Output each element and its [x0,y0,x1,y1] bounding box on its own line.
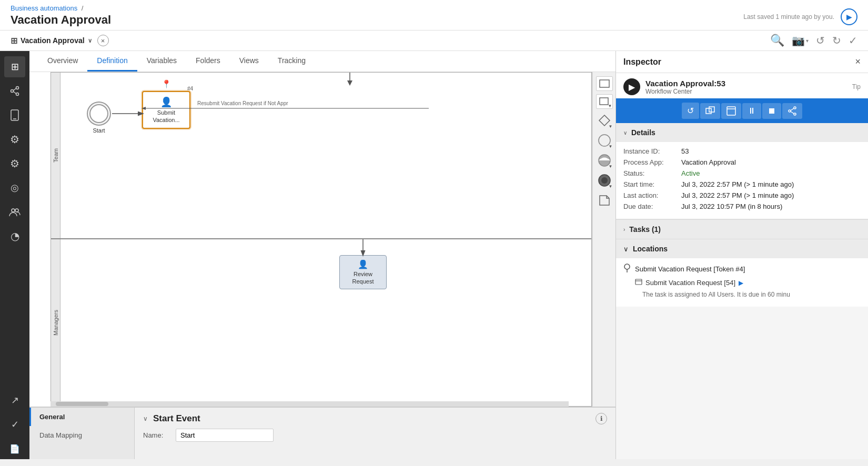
detail-instance-id: Instance ID: 53 [623,147,861,155]
swimlane-team-label: Team [53,148,59,163]
sidebar-item-phone[interactable] [4,105,25,126]
review-task-icon: 👤 [358,259,368,269]
locations-section: ∨ Locations Submit Vacation Request [Tok… [616,239,868,307]
bottom-tab-data-mapping[interactable]: Data Mapping [29,426,134,444]
location-task-row: Submit Vacation Request [54] ▶ [635,279,861,287]
detail-last-action-value: Jul 3, 2022 2:57 PM (> 1 minute ago) [681,191,861,199]
bottom-tab-general[interactable]: General [29,408,134,426]
sidebar-item-check[interactable]: ✓ [4,414,25,435]
bottom-panel: General Data Mapping ∨ Start Event ℹ Nam… [29,407,615,459]
location-task-name: Submit Vacation Request [54] [645,279,735,287]
svg-rect-34 [635,279,642,285]
detail-process-app-label: Process App: [623,158,681,166]
toolbar-row: ⊞ Vacation Approval ∨ × 🔍 📷 ▾ ↺ ↻ ✓ [0,31,868,51]
bottom-expand-icon[interactable]: ∨ [143,415,148,422]
tool-rect-arrow[interactable]: ▼ [596,94,613,109]
svg-line-32 [791,112,794,114]
app-selector[interactable]: ⊞ Vacation Approval ∨ [11,36,92,46]
svg-point-28 [794,107,796,109]
location-pin-icon [623,264,631,275]
inspector-process-name: Vacation Approval:53 [645,79,847,88]
sidebar-item-share[interactable] [4,80,25,102]
tab-folders[interactable]: Folders [186,51,230,72]
app-grid-icon: ⊞ [11,36,17,46]
tasks-section-header[interactable]: › Tasks (1) [616,219,868,239]
tab-views[interactable]: Views [230,51,268,72]
details-section-header[interactable]: ∨ Details [616,123,868,142]
content-area: Overview Definition Variables Folders Vi… [29,51,615,459]
ctrl-stop-button[interactable]: ⏹ [762,103,781,119]
bottom-title-row: ∨ Start Event ℹ [143,413,607,424]
svg-line-3 [14,88,16,90]
tab-variables[interactable]: Variables [137,51,186,72]
ctrl-share-button[interactable] [782,103,802,119]
tool-circle-half[interactable]: ▼ [596,152,613,169]
main-layout: ⊞ ⚙ ⚙ ◎ ◔ ↗ ✓ 📄 Overview Definition Vari… [0,51,868,459]
tab-overview[interactable]: Overview [38,51,87,72]
ctrl-window-button[interactable] [721,103,741,119]
svg-rect-26 [727,107,735,115]
camera-icon: 📷 [792,34,805,47]
diagram-canvas[interactable]: Team Start [29,72,592,407]
connector-to-review [60,239,591,406]
sidebar-item-grid[interactable]: ⊞ [4,56,25,77]
ctrl-pause-button[interactable]: ⏸ [742,103,761,119]
sidebar-item-gear[interactable]: ⚙ [4,129,25,150]
node-submit-vacation[interactable]: 📍 #4 👤 SubmitVacation... [142,91,190,129]
svg-point-23 [601,177,608,184]
breadcrumb-link[interactable]: Business automations [11,4,77,12]
inspector-body: ▶ Vacation Approval:53 Workflow Center T… [616,73,868,459]
inspector-title: Inspector [623,57,661,67]
ctrl-expand-button[interactable] [700,103,720,119]
detail-status: Status: Active [623,169,861,177]
sidebar-item-target[interactable]: ◎ [4,177,25,198]
sidebar-item-doc[interactable]: 📄 [4,438,25,459]
node-review-request[interactable]: 👤 ReviewRequest [339,255,387,289]
svg-rect-17 [600,80,609,87]
header-left: Business automations / Vacation Approval [11,4,111,27]
app-close-button[interactable]: × [97,35,109,46]
tab-tracking[interactable]: Tracking [268,51,315,72]
location-task-play-icon[interactable]: ▶ [739,279,743,287]
svg-marker-11 [347,80,352,86]
detail-due-date-label: Due date: [623,202,681,210]
bottom-name-input[interactable] [176,429,274,442]
detail-start-time: Start time: Jul 3, 2022 2:57 PM (> 1 min… [623,180,861,188]
sidebar-item-settings2[interactable]: ⚙ [4,153,25,174]
detail-status-label: Status: [623,169,681,177]
tab-definition[interactable]: Definition [87,51,137,72]
inspector-panel: Inspector × ▶ Vacation Approval:53 Workf… [615,51,868,459]
tool-circle-dark[interactable]: ▼ [596,172,613,189]
connector-top-slider [60,73,591,238]
camera-button[interactable]: 📷 ▾ [792,34,809,47]
save-status: Last saved 1 minute ago by you. [743,13,834,21]
left-sidebar: ⊞ ⚙ ⚙ ◎ ◔ ↗ ✓ 📄 [0,51,29,459]
detail-instance-value: 53 [681,147,861,155]
undo-button[interactable]: ↺ [816,34,825,47]
play-button[interactable]: ▶ [841,8,857,25]
breadcrumb[interactable]: Business automations / [11,4,111,12]
app-name-label: Vacation Approval [21,36,85,45]
tool-diamond[interactable]: ▼ [596,112,613,129]
locations-header[interactable]: ∨ Locations [616,239,868,258]
connector-resubmit: Resubmit Vacation Request if Not Appr [60,73,591,238]
search-button[interactable]: 🔍 [770,34,784,47]
node-submit-label: SubmitVacation... [153,109,179,124]
check-button[interactable]: ✓ [849,34,857,47]
sidebar-item-chart[interactable]: ◔ [4,226,25,247]
node-start[interactable]: Start [87,102,111,134]
tool-circle[interactable]: ▼ [596,132,613,149]
inspector-process-row: ▶ Vacation Approval:53 Workflow Center T… [616,73,868,98]
inspector-play-icon: ▶ [623,78,640,95]
bottom-info-icon[interactable]: ℹ [596,413,607,424]
connector-start-to-submit [60,73,591,238]
sidebar-item-users[interactable] [4,201,25,222]
inspector-close-button[interactable]: × [855,56,861,67]
tool-note[interactable] [596,192,613,209]
redo-button[interactable]: ↻ [832,34,841,47]
sidebar-item-export[interactable]: ↗ [4,390,25,411]
inspector-process-sub: Workflow Center [645,88,847,95]
ctrl-restart-button[interactable]: ↺ [682,103,699,119]
node-start-label: Start [87,127,111,134]
tool-rect[interactable] [596,76,613,91]
